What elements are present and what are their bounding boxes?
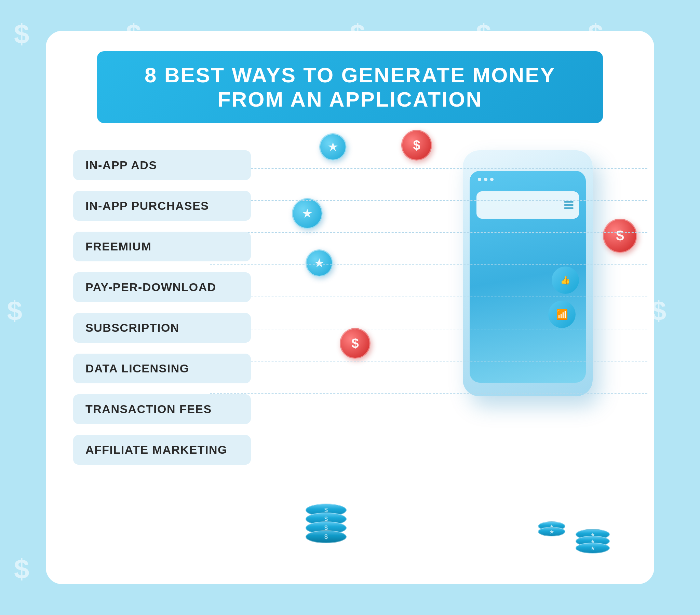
phone-screen: 👍 📶 bbox=[470, 171, 586, 383]
phone-dot-1 bbox=[478, 178, 481, 181]
stack-coin-dollar-4 bbox=[305, 530, 347, 543]
phone-dots bbox=[478, 178, 493, 181]
phone-dot-2 bbox=[484, 178, 487, 181]
bg-dollar-6: $ bbox=[7, 295, 22, 327]
bg-dollar-1: $ bbox=[14, 18, 29, 50]
stack-small-2 bbox=[538, 527, 565, 537]
phone-device: 👍 📶 bbox=[463, 150, 607, 417]
phone-area: 👍 📶 bbox=[264, 143, 627, 564]
title-banner: 8 BEST WAYS TO GENERATE MONEY FROM AN AP… bbox=[97, 51, 603, 123]
float-coin-2 bbox=[292, 198, 323, 229]
list-item-7: TRANSACTION FEES bbox=[73, 394, 251, 424]
coin-stack-star-small bbox=[538, 522, 565, 537]
stack-star-3 bbox=[576, 542, 610, 553]
main-card: 8 BEST WAYS TO GENERATE MONEY FROM AN AP… bbox=[46, 31, 654, 584]
list-item-5: SUBSCRIPTION bbox=[73, 313, 251, 343]
float-coin-1 bbox=[319, 133, 347, 161]
wifi-icon: 📶 bbox=[548, 301, 576, 328]
list-item-8: AFFILIATE MARKETING bbox=[73, 435, 251, 465]
list-item-1: IN-APP ADS bbox=[73, 150, 251, 180]
bg-dollar-8: $ bbox=[14, 553, 29, 585]
list-item-6: DATA LICENSING bbox=[73, 354, 251, 384]
phone-dot-3 bbox=[490, 178, 493, 181]
hamburger-icon bbox=[564, 201, 574, 209]
float-red-coin-1 bbox=[401, 130, 432, 161]
list-item-4: PAY-PER-DOWNLOAD bbox=[73, 272, 251, 302]
float-coin-3 bbox=[305, 249, 333, 277]
thumb-up-icon: 👍 bbox=[552, 266, 579, 294]
list-section: IN-APP ADS IN-APP PURCHASES FREEMIUM PAY… bbox=[73, 143, 264, 564]
list-item-3: FREEMIUM bbox=[73, 231, 251, 261]
content-area: IN-APP ADS IN-APP PURCHASES FREEMIUM PAY… bbox=[73, 143, 627, 564]
float-red-coin-3 bbox=[603, 219, 637, 253]
coin-stack-dollar bbox=[305, 504, 347, 543]
coin-stack-star-right bbox=[576, 529, 610, 553]
phone-body: 👍 📶 bbox=[463, 150, 593, 396]
page-title: 8 BEST WAYS TO GENERATE MONEY FROM AN AP… bbox=[117, 63, 583, 111]
list-item-2: IN-APP PURCHASES bbox=[73, 191, 251, 221]
phone-screen-card bbox=[476, 191, 579, 219]
float-red-coin-2 bbox=[340, 328, 371, 359]
